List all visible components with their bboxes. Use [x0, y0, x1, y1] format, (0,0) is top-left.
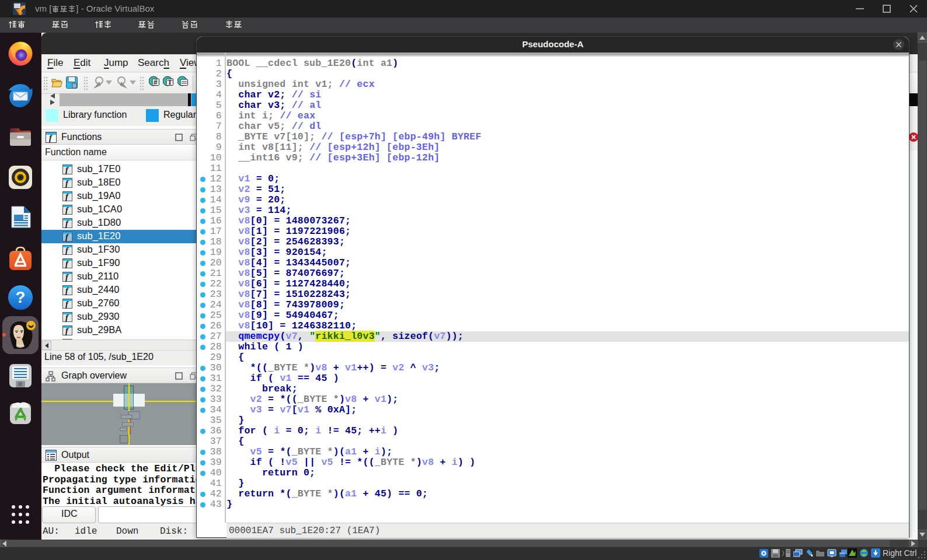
svg-text:?: ? [16, 288, 26, 306]
svg-text:T: T [168, 78, 172, 86]
svg-text:#: # [154, 78, 158, 86]
